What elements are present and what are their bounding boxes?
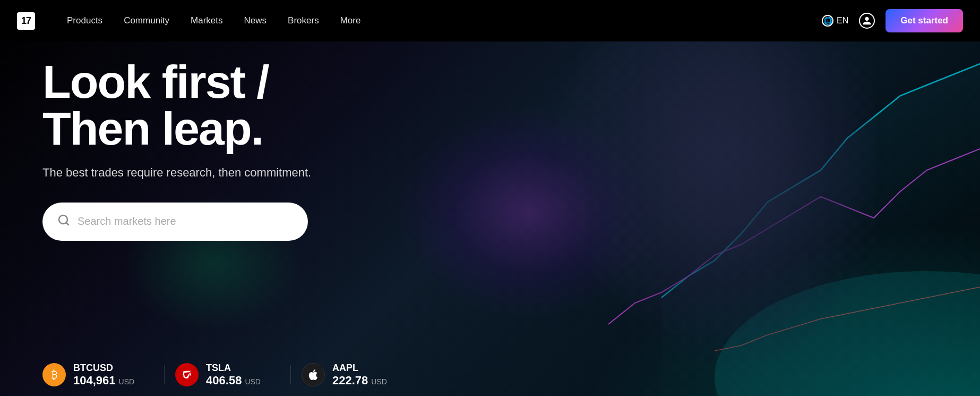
nav-more[interactable]: More — [340, 15, 361, 26]
hero-section: 17 Products Community Markets News Broke… — [0, 0, 980, 396]
search-bar[interactable]: Search markets here — [42, 203, 308, 241]
aapl-currency: USD — [371, 377, 387, 386]
search-icon — [57, 214, 70, 230]
ticker-separator-1 — [164, 365, 165, 384]
search-placeholder: Search markets here — [78, 215, 176, 228]
hero-content: Look first / Then leap. The best trades … — [42, 58, 311, 241]
navbar-right: 🌐 EN Get started — [822, 9, 963, 32]
ticker-strip: ₿ BTCUSD 104,961 USD TSLA 406.58 USD — [0, 353, 980, 396]
aapl-icon — [302, 363, 325, 386]
nav-markets[interactable]: Markets — [191, 15, 222, 26]
svg-line-3 — [66, 222, 68, 224]
tsla-symbol: TSLA — [206, 363, 261, 374]
ticker-btcusd[interactable]: ₿ BTCUSD 104,961 USD — [42, 363, 153, 387]
btc-symbol: BTCUSD — [73, 363, 134, 374]
user-account-icon[interactable] — [859, 13, 875, 29]
ticker-separator-2 — [290, 365, 291, 384]
nav-brokers[interactable]: Brokers — [288, 15, 319, 26]
tsla-price: 406.58 — [206, 374, 242, 387]
navbar: 17 Products Community Markets News Broke… — [0, 0, 980, 41]
btc-icon: ₿ — [42, 363, 66, 386]
nav-news[interactable]: News — [244, 15, 267, 26]
get-started-button[interactable]: Get started — [886, 9, 963, 32]
search-container: Search markets here — [42, 203, 308, 241]
hero-subtitle: The best trades require research, then c… — [42, 165, 311, 181]
chart-visualization — [396, 32, 980, 396]
btc-price-row: 104,961 USD — [73, 374, 134, 387]
globe-icon: 🌐 — [822, 15, 833, 27]
logo[interactable]: 17 — [17, 12, 35, 30]
logo-text: 17 — [17, 12, 35, 30]
language-button[interactable]: 🌐 EN — [822, 15, 848, 27]
ticker-aapl[interactable]: AAPL 222.78 USD — [302, 363, 406, 387]
btc-price: 104,961 — [73, 374, 116, 387]
aapl-info: AAPL 222.78 USD — [332, 363, 387, 387]
tsla-price-row: 406.58 USD — [206, 374, 261, 387]
btc-currency: USD — [119, 377, 135, 386]
headline-line2: Then leap. — [42, 102, 263, 155]
ticker-tsla[interactable]: TSLA 406.58 USD — [175, 363, 280, 387]
aapl-price-row: 222.78 USD — [332, 374, 387, 387]
language-label: EN — [837, 16, 848, 26]
headline-line1: Look first / — [42, 55, 269, 108]
nav-links: Products Community Markets News Brokers … — [67, 15, 822, 26]
nav-community[interactable]: Community — [124, 15, 169, 26]
hero-headline: Look first / Then leap. — [42, 58, 311, 152]
aapl-price: 222.78 — [332, 374, 368, 387]
tsla-icon — [175, 363, 199, 386]
btc-info: BTCUSD 104,961 USD — [73, 363, 134, 387]
aapl-symbol: AAPL — [332, 363, 387, 374]
nav-products[interactable]: Products — [67, 15, 102, 26]
tsla-currency: USD — [245, 377, 261, 386]
tsla-info: TSLA 406.58 USD — [206, 363, 261, 387]
